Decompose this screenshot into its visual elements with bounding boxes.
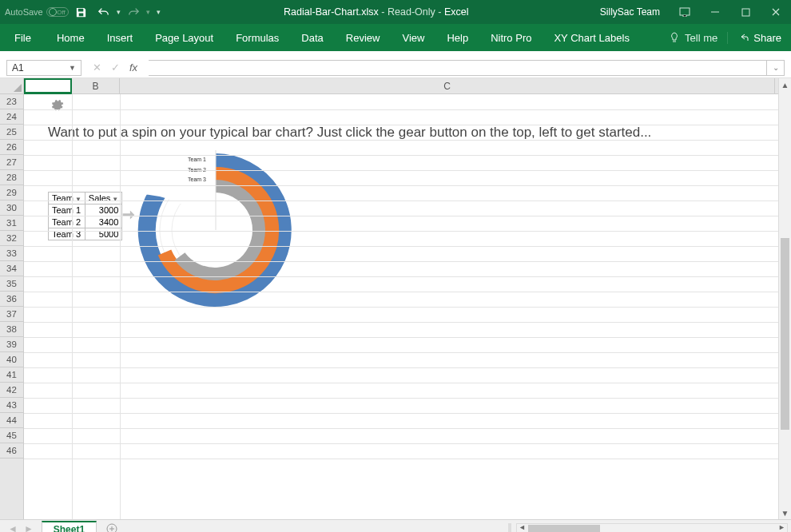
share-icon: [737, 32, 749, 43]
account-user[interactable]: SillySac Team: [592, 6, 668, 18]
row-header[interactable]: 25: [0, 125, 23, 140]
undo-dropdown-icon[interactable]: ▾: [117, 8, 121, 16]
tab-home[interactable]: Home: [46, 24, 96, 51]
ribbon-tabs: File Home Insert Page Layout Formulas Da…: [0, 24, 791, 51]
new-sheet-button[interactable]: [103, 520, 121, 533]
select-all-button[interactable]: [0, 78, 24, 94]
row-header[interactable]: 38: [0, 322, 23, 337]
insert-function-icon[interactable]: fx: [129, 62, 137, 73]
arrow-right-icon: [120, 206, 137, 224]
title-bar: AutoSave Off ▾ ▾ ▾ Radial-Bar-Chart.xlsx…: [0, 0, 791, 24]
sheet-tab-active[interactable]: Sheet1: [42, 521, 97, 533]
scroll-down-icon[interactable]: ▼: [779, 506, 791, 519]
name-box[interactable]: A1▼: [6, 60, 81, 76]
row-header[interactable]: 45: [0, 428, 23, 443]
row-header[interactable]: 28: [0, 170, 23, 185]
ribbon-display-options-icon[interactable]: [671, 0, 698, 24]
lightbulb-icon: [669, 32, 680, 43]
undo-icon[interactable]: [94, 2, 113, 22]
sheet-nav-next-icon[interactable]: ►: [24, 523, 34, 533]
row-header[interactable]: 29: [0, 185, 23, 200]
row-header[interactable]: 26: [0, 140, 23, 155]
share-button[interactable]: Share: [727, 32, 791, 44]
active-cell: [24, 78, 72, 93]
sheet-tab-bar: ◄ ► Sheet1: [0, 519, 791, 532]
sheet-nav-prev-icon[interactable]: ◄: [8, 523, 18, 533]
autosave-label: AutoSave: [5, 7, 43, 17]
svg-rect-0: [680, 8, 690, 15]
maximize-icon[interactable]: [732, 0, 759, 24]
tab-xy-chart-labels[interactable]: XY Chart Labels: [543, 24, 640, 51]
row-header[interactable]: 43: [0, 398, 23, 413]
chart-legend-item: Team 3: [174, 175, 206, 185]
scroll-thumb[interactable]: [781, 238, 789, 430]
row-header[interactable]: 34: [0, 261, 23, 276]
autosave-toggle[interactable]: AutoSave Off: [5, 7, 69, 17]
row-header[interactable]: 35: [0, 276, 23, 292]
row-header[interactable]: 41: [0, 367, 23, 383]
worksheet-grid[interactable]: ABC 232425262728293031323334353637383940…: [0, 78, 778, 519]
redo-icon: [124, 2, 143, 22]
row-header[interactable]: 39: [0, 337, 23, 352]
expand-formula-bar-icon[interactable]: ⌄: [767, 60, 785, 76]
row-header[interactable]: 23: [0, 94, 23, 109]
close-icon[interactable]: [762, 0, 789, 24]
cancel-formula-icon: ✕: [93, 62, 101, 73]
tab-nitro-pro[interactable]: Nitro Pro: [479, 24, 543, 51]
row-header[interactable]: 40: [0, 352, 23, 367]
scroll-up-icon[interactable]: ▲: [779, 78, 791, 91]
horizontal-scrollbar[interactable]: [516, 523, 788, 533]
tab-file[interactable]: File: [0, 24, 46, 51]
tab-review[interactable]: Review: [335, 24, 392, 51]
formula-bar: A1▼ ✕ ✓ fx ⌄: [0, 58, 791, 78]
row-header[interactable]: 44: [0, 413, 23, 428]
enter-formula-icon: ✓: [111, 62, 120, 73]
save-icon[interactable]: [72, 2, 91, 22]
column-header[interactable]: B: [72, 78, 120, 93]
chevron-down-icon[interactable]: ▼: [69, 64, 76, 72]
row-header[interactable]: 33: [0, 246, 23, 261]
scroll-thumb[interactable]: [528, 525, 600, 533]
row-header[interactable]: 36: [0, 292, 23, 307]
tell-me-search[interactable]: Tell me: [659, 32, 727, 44]
tab-view[interactable]: View: [391, 24, 435, 51]
tab-insert[interactable]: Insert: [96, 24, 145, 51]
row-header[interactable]: 32: [0, 231, 23, 246]
tab-data[interactable]: Data: [290, 24, 334, 51]
minimize-icon[interactable]: [702, 0, 729, 24]
radial-bar-chart[interactable]: Team 1 Team 2 Team 3: [136, 150, 296, 310]
formula-input[interactable]: [149, 60, 767, 76]
row-header[interactable]: 42: [0, 383, 23, 398]
tab-formulas[interactable]: Formulas: [225, 24, 290, 51]
qat-customize-icon[interactable]: ▾: [153, 8, 161, 16]
vertical-scrollbar[interactable]: ▲ ▼: [778, 78, 791, 519]
row-header[interactable]: 46: [0, 443, 23, 459]
svg-rect-2: [742, 9, 749, 16]
row-header[interactable]: 24: [0, 109, 23, 125]
filter-dropdown-icon[interactable]: ▼: [74, 196, 81, 203]
tab-help[interactable]: Help: [435, 24, 479, 51]
redo-dropdown-icon: ▾: [146, 8, 150, 16]
row-header[interactable]: 27: [0, 155, 23, 170]
column-header[interactable]: C: [120, 78, 775, 93]
filter-dropdown-icon[interactable]: ▼: [110, 196, 118, 203]
window-title: Radial-Bar-Chart.xlsx - Read-Only - Exce…: [161, 6, 592, 18]
row-header[interactable]: 30: [0, 200, 23, 216]
chart-legend-item: Team 1: [174, 155, 206, 165]
instruction-text: Want to put a spin on your typical bar c…: [48, 125, 651, 141]
row-header[interactable]: 31: [0, 216, 23, 231]
tab-page-layout[interactable]: Page Layout: [144, 24, 225, 51]
row-header[interactable]: 37: [0, 307, 23, 322]
